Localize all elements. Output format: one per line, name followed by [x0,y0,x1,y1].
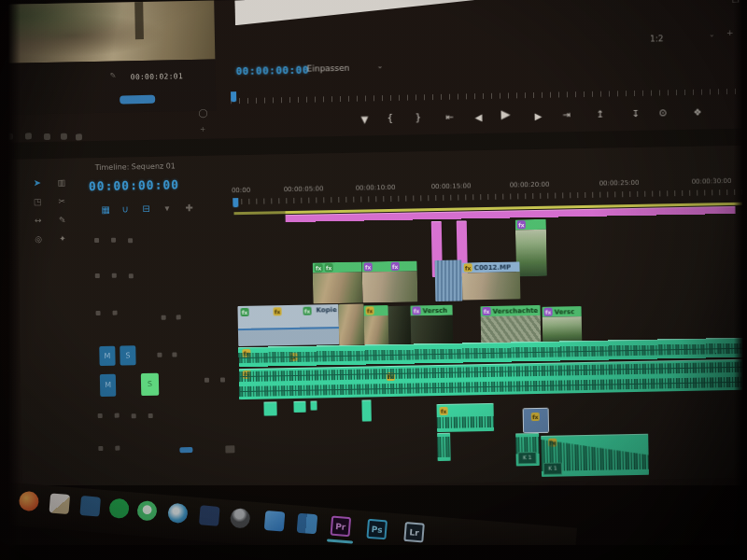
source-zoom-scrollbar[interactable] [120,95,155,105]
linked-selection-icon[interactable]: ⊟ [142,203,150,215]
track-toggle-icon[interactable] [132,413,136,418]
add-button-icon[interactable]: ＋ [199,123,207,135]
step-forward-icon[interactable]: ▶ [534,110,542,123]
clip-nested-kopie[interactable]: fx fx fx Kopie [237,304,339,346]
clip-video[interactable]: fx fx [313,262,363,304]
solo-button[interactable]: S [120,345,135,365]
track-toggle-icon[interactable] [98,446,103,451]
timeline-scrollbar-corner[interactable] [225,445,234,453]
paint3d-icon[interactable] [264,511,286,532]
slip-tool[interactable]: ↔ [31,213,46,230]
clip-audio-fx[interactable]: fx [437,403,495,432]
timeline-timecode[interactable]: 00:00:00:00 [89,177,179,193]
plus-icon[interactable]: + [726,28,734,37]
track-toggle-icon[interactable] [113,311,118,315]
clip-versch[interactable]: fx Versch [410,305,453,345]
photoshop-icon[interactable]: Ps [366,519,388,540]
clip-verschachtelt[interactable]: fx Verschachtelt [481,305,542,344]
settings-circle-icon[interactable]: ◯ [198,108,207,118]
selection-tool[interactable]: ➤ [30,175,45,192]
play-icon[interactable]: ▶ [500,107,510,120]
source-transport-icon[interactable] [76,133,82,140]
playback-resolution[interactable]: 1:2 [650,34,664,43]
step-back-icon[interactable]: ◀ [474,111,482,124]
lightroom-icon[interactable]: Lr [403,522,425,543]
zoom-tool[interactable]: ✦ [55,231,70,248]
razor-tool[interactable]: ✂ [54,194,69,211]
lift-icon[interactable]: ↥ [596,108,604,121]
export-frame-icon[interactable]: ⊙ [658,106,667,119]
track-toggle-icon[interactable] [157,353,162,357]
source-transport-icon[interactable] [44,133,50,140]
track-toggle-icon[interactable] [96,311,101,315]
file-explorer-icon[interactable] [297,513,318,535]
spotify-icon[interactable] [108,498,130,520]
clip-audio-selected[interactable]: fx [524,409,548,432]
clip-video[interactable] [388,306,411,345]
track-toggle-icon[interactable] [98,413,103,418]
fit-dropdown[interactable]: Einpassen [306,63,349,74]
chevron-down-icon[interactable]: ⌄ [709,30,715,38]
steam-icon[interactable] [230,508,251,529]
clip-video[interactable]: fx [363,305,388,345]
clip-versch-right[interactable]: fx Versc [543,306,583,344]
mark-out-icon[interactable]: } [415,111,421,124]
track-toggle-icon[interactable] [162,315,166,320]
track-toggle-icon[interactable] [115,446,120,451]
track-toggle-icon[interactable] [172,352,176,357]
solo-button[interactable]: S [141,373,159,396]
mute-button[interactable]: M [100,374,116,397]
clip-audio-blue[interactable] [435,260,463,302]
clip-audio-short[interactable] [361,399,371,421]
track-toggle-icon[interactable] [176,315,181,319]
whatsapp-icon[interactable] [136,500,158,522]
clip-audio-k1-long[interactable]: fx K 1 [541,434,649,477]
timeline-settings-icon[interactable]: ✚ [185,203,193,214]
go-to-out-icon[interactable]: ⇥ [562,108,571,121]
edge-icon[interactable] [167,503,189,525]
hand-tool[interactable]: ◎ [31,231,46,248]
clip-audio-short[interactable] [263,401,276,415]
pen-icon[interactable]: ✎ [110,72,117,80]
timeline-scrollbar-thumb[interactable] [179,447,192,453]
clip-video[interactable]: fx [515,219,547,277]
mail-icon[interactable] [79,496,101,517]
marker-menu-icon[interactable]: ▾ [164,203,169,215]
add-marker-icon[interactable]: ▼ [361,113,369,126]
snap-icon[interactable]: ∪ [121,203,129,215]
track-toggle-icon[interactable] [128,238,133,243]
clip-audio-short[interactable] [437,433,451,461]
source-transport-icon[interactable] [25,133,32,139]
track-toggle-icon[interactable] [220,377,225,382]
photos-icon[interactable] [49,493,70,514]
track-toggle-icon[interactable] [129,273,134,278]
chevron-down-icon[interactable]: ⌄ [376,62,383,70]
track-select-tool[interactable]: ▥ [54,175,69,192]
discord-icon[interactable] [199,505,220,526]
timeline-playhead[interactable] [233,198,238,207]
clip-video[interactable]: fx fx [362,260,418,302]
extract-icon[interactable]: ↧ [631,107,640,120]
track-toggle-icon[interactable] [112,273,117,278]
track-toggle-icon[interactable] [111,238,116,243]
program-playhead[interactable] [231,91,236,102]
program-scrub-ruler[interactable] [231,89,742,105]
insert-overwrite-icon[interactable]: ▦ [101,204,110,216]
timeline-tab[interactable]: Timeline: Sequenz 01 [94,161,175,172]
clip-audio-k1[interactable]: K 1 [515,433,540,466]
source-transport-icon[interactable] [61,133,67,140]
go-to-in-icon[interactable]: ⇤ [445,111,454,124]
mark-in-icon[interactable]: { [387,112,393,125]
pen-tool[interactable]: ✎ [54,213,69,230]
button-editor-icon[interactable]: ❖ [693,106,701,119]
ripple-edit-tool[interactable]: ◳ [30,194,45,211]
track-toggle-icon[interactable] [204,378,209,383]
premiere-icon[interactable]: Pr [331,516,352,538]
track-toggle-icon[interactable] [95,273,100,278]
clip-c0012[interactable]: fx C0012.MP [462,261,521,300]
track-toggle-icon[interactable] [115,413,120,418]
track-toggle-icon[interactable] [94,238,99,243]
mute-button[interactable]: M [99,346,115,366]
clip-video[interactable] [338,304,364,346]
clip-audio-short[interactable] [293,401,305,413]
